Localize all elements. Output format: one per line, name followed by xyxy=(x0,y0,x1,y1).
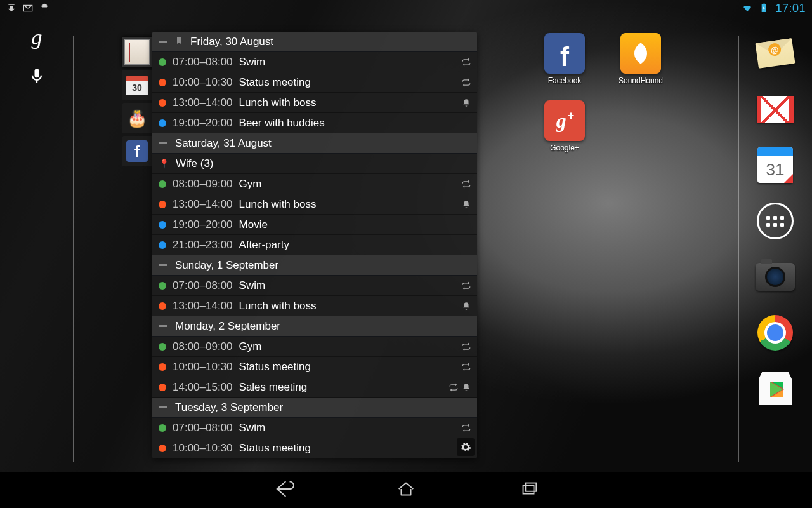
app-calendar[interactable]: 31 xyxy=(755,145,796,185)
day-header[interactable]: Tuesday, 3 September xyxy=(152,398,477,418)
event-row[interactable]: 07:00–08:00Swim xyxy=(152,418,477,438)
event-time: 10:00–10:30 xyxy=(173,76,233,89)
day-header[interactable]: Sunday, 1 September xyxy=(152,255,477,276)
app-facebook[interactable]: f Facebook xyxy=(527,33,603,100)
voice-search-icon[interactable] xyxy=(28,67,46,88)
day-header[interactable]: Monday, 2 September xyxy=(152,316,477,337)
day-label: Friday, 30 August xyxy=(190,36,273,48)
event-row[interactable]: 13:00–14:00Lunch with boss xyxy=(152,194,477,215)
app-chrome[interactable] xyxy=(755,312,796,353)
gear-icon xyxy=(460,441,471,453)
app-drawer-button[interactable] xyxy=(755,201,796,241)
event-title: Swim xyxy=(239,279,455,292)
event-row[interactable]: 10:00–10:30Status meeting xyxy=(152,438,477,458)
status-clock: 17:01 xyxy=(775,2,806,15)
wifi-icon xyxy=(742,3,752,13)
tab-calendar[interactable]: 30 xyxy=(122,70,152,100)
event-row[interactable]: 07:00–08:00Swim xyxy=(152,52,477,72)
event-row[interactable]: 08:00–09:00Gym xyxy=(152,337,477,357)
event-row[interactable]: 📍Wife (3) xyxy=(152,154,477,174)
dock: @ 31 xyxy=(755,33,796,409)
event-time: 08:00–09:00 xyxy=(173,178,233,190)
collapse-icon xyxy=(159,41,167,43)
event-title: Status meeting xyxy=(239,76,455,89)
calendar-icon: 31 xyxy=(757,147,793,183)
day-label: Saturday, 31 August xyxy=(175,137,272,150)
collapse-icon xyxy=(159,264,167,266)
event-title: Lunch with boss xyxy=(239,97,455,109)
event-time: 10:00–10:30 xyxy=(173,442,233,455)
googleplus-icon: g+ xyxy=(544,100,585,141)
color-dot xyxy=(159,79,166,86)
event-title: Movie xyxy=(239,218,464,231)
event-title: Swim xyxy=(239,422,455,434)
event-title: Gym xyxy=(239,178,455,190)
event-title: Swim xyxy=(239,56,455,69)
event-row[interactable]: 08:00–09:00Gym xyxy=(152,174,477,194)
event-time: 13:00–14:00 xyxy=(173,300,233,312)
event-row[interactable]: 13:00–14:00Lunch with boss xyxy=(152,296,477,316)
event-title: Beer with buddies xyxy=(239,117,464,130)
recent-apps-button[interactable] xyxy=(518,478,540,502)
event-time: 07:00–08:00 xyxy=(173,422,233,434)
app-soundhound[interactable]: SoundHound xyxy=(603,33,679,100)
chrome-icon xyxy=(757,315,793,351)
home-button[interactable] xyxy=(395,478,417,502)
gmail-notif-icon xyxy=(23,3,33,13)
event-time: 19:00–20:00 xyxy=(173,117,233,130)
google-search-icon[interactable]: g xyxy=(32,25,43,50)
repeat-icon xyxy=(462,78,471,87)
event-time: 07:00–08:00 xyxy=(173,279,233,292)
event-time: 07:00–08:00 xyxy=(173,56,233,69)
event-row[interactable]: 10:00–10:30Status meeting xyxy=(152,72,477,93)
day-header[interactable]: Saturday, 31 August xyxy=(152,133,477,154)
event-row[interactable]: 13:00–14:00Lunch with boss xyxy=(152,93,477,113)
repeat-icon xyxy=(462,363,471,371)
day-header[interactable]: Friday, 30 August xyxy=(152,32,477,52)
repeat-icon xyxy=(462,58,471,67)
color-dot xyxy=(159,180,166,188)
bell-icon xyxy=(462,383,471,392)
color-dot xyxy=(159,99,166,107)
color-dot xyxy=(159,444,166,452)
app-googleplus[interactable]: g+ Google+ xyxy=(527,100,603,168)
event-title: After-party xyxy=(239,239,464,251)
event-row[interactable]: 21:00–23:00After-party xyxy=(152,235,477,255)
agenda-widget[interactable]: Friday, 30 August07:00–08:00Swim10:00–10… xyxy=(152,32,477,458)
app-camera[interactable] xyxy=(755,257,796,297)
color-dot xyxy=(159,241,166,249)
apps-icon xyxy=(757,203,794,239)
tab-agenda[interactable] xyxy=(122,37,152,67)
event-title: Lunch with boss xyxy=(239,300,455,312)
facebook-icon: f xyxy=(126,140,148,162)
event-time: 08:00–09:00 xyxy=(173,340,233,353)
day-label: Monday, 2 September xyxy=(175,320,280,333)
collapse-icon xyxy=(159,142,167,144)
color-dot xyxy=(159,119,166,127)
divider xyxy=(738,36,739,462)
tab-facebook[interactable]: f xyxy=(122,136,152,166)
event-row[interactable]: 19:00–20:00Movie xyxy=(152,215,477,235)
app-gmail[interactable] xyxy=(755,89,796,130)
app-email[interactable]: @ xyxy=(755,33,796,74)
widget-tabs: 30 🎂 f xyxy=(122,37,152,166)
back-button[interactable] xyxy=(272,478,294,502)
repeat-icon xyxy=(462,342,471,351)
repeat-icon xyxy=(449,383,458,392)
app-play-store[interactable] xyxy=(755,368,796,409)
event-row[interactable]: 19:00–20:00Beer with buddies xyxy=(152,113,477,133)
event-row[interactable]: 14:00–15:00Sales meeting xyxy=(152,377,477,398)
event-time: 13:00–14:00 xyxy=(173,97,233,109)
tab-birthdays[interactable]: 🎂 xyxy=(122,103,152,133)
widget-settings-button[interactable] xyxy=(457,438,475,456)
event-time: 13:00–14:00 xyxy=(173,198,233,211)
status-bar: 17:01 xyxy=(0,0,812,17)
event-title: Status meeting xyxy=(239,442,464,455)
bell-icon xyxy=(462,302,471,311)
svg-rect-1 xyxy=(525,483,536,491)
email-icon: @ xyxy=(755,38,795,69)
battery-charging-icon xyxy=(759,3,769,13)
bell-icon xyxy=(462,98,471,107)
event-row[interactable]: 10:00–10:30Status meeting xyxy=(152,357,477,377)
event-row[interactable]: 07:00–08:00Swim xyxy=(152,276,477,296)
